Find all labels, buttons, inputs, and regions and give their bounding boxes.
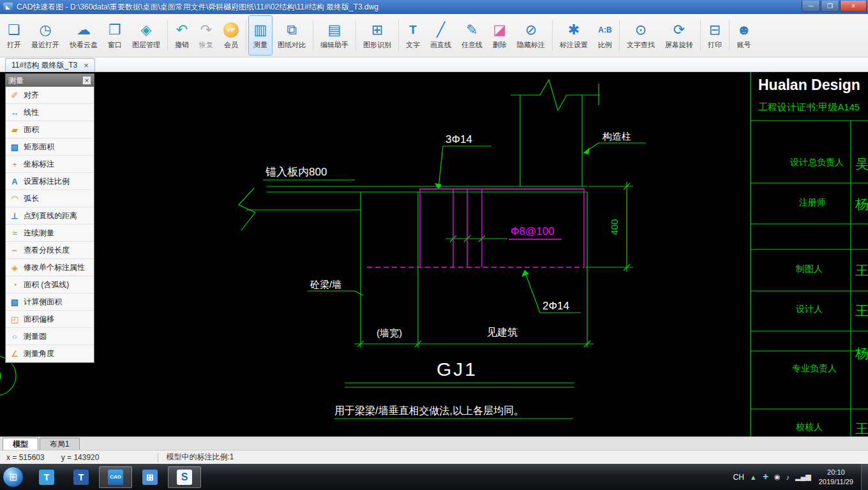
- show-desktop-button[interactable]: [861, 464, 868, 490]
- volume-icon[interactable]: ♪: [786, 473, 790, 481]
- cloud-icon: ☁: [77, 22, 91, 38]
- measure-tool-coordinate[interactable]: + 坐标标注: [6, 156, 94, 173]
- taskbar-app-cad-viewer[interactable]: CAD: [99, 466, 132, 488]
- tool-label: 对齐: [24, 90, 39, 101]
- scale-ratio-icon: A:B: [598, 22, 611, 38]
- tab-close-icon[interactable]: ×: [84, 61, 89, 70]
- measure-tool-modify-annotation[interactable]: ◈ 修改单个标注属性: [6, 259, 94, 276]
- button-label: 撤销: [175, 40, 189, 50]
- titleblock-row-label: 制图人: [795, 264, 823, 274]
- measure-tool-point-line-distance[interactable]: ⊥ 点到直线的距离: [6, 207, 94, 225]
- taskbar-app-s[interactable]: S: [168, 466, 201, 488]
- toolbar-window-button[interactable]: ❒ 窗口: [103, 15, 127, 56]
- anchor-note-label: 锚入板内800: [265, 166, 327, 178]
- toolbar-delete-button[interactable]: ◪ 删除: [488, 15, 512, 56]
- measure-tool-linear[interactable]: ↔ 线性: [6, 104, 94, 121]
- toolbar-redo-button[interactable]: ↷ 恢复: [194, 15, 218, 56]
- clock[interactable]: 20:10 2019/11/29: [819, 468, 853, 486]
- circle-icon: ○: [10, 332, 20, 341]
- drawing-tabbar: 11#结构 最终版_T3 ×: [0, 57, 868, 72]
- toolbar-text-search-button[interactable]: ⊙ 文字查找: [622, 15, 660, 56]
- toolbar-free-line-button[interactable]: ✎ 任意线: [456, 15, 488, 56]
- cad-canvas[interactable]: 锚入板内800 3Φ14 构造柱 Φ8@100 砼梁/墙 2Φ14 400 (墙…: [0, 72, 868, 436]
- button-label: 测量: [253, 40, 267, 50]
- toolbar-vip-button[interactable]: VIP 会员: [218, 15, 244, 56]
- toolbar-edit-assistant-button[interactable]: ▤ 编辑助手: [315, 15, 354, 56]
- measure-tool-angle[interactable]: ∠ 测量角度: [6, 345, 94, 362]
- measure-panel-close-button[interactable]: ×: [82, 76, 91, 85]
- button-label: 屏幕旋转: [665, 40, 693, 50]
- tool-label: 面积偏移: [24, 314, 54, 325]
- button-label: 恢复: [199, 40, 213, 50]
- drawing-tab-active[interactable]: 11#结构 最终版_T3 ×: [5, 58, 95, 71]
- hide-annotation-eye-icon: ⊘: [525, 22, 537, 38]
- measure-panel-header[interactable]: 测量 ×: [6, 74, 94, 87]
- toolbar-undo-button[interactable]: ↶ 撤销: [170, 15, 194, 56]
- tool-label: 线性: [24, 107, 39, 118]
- measure-tool-set-scale[interactable]: A 设置标注比例: [6, 173, 94, 190]
- start-button[interactable]: ⊞: [3, 466, 24, 487]
- tool-label: 面积: [24, 124, 39, 135]
- toolbar-separator: [246, 20, 246, 51]
- show-hidden-icons-icon[interactable]: ▲: [750, 473, 757, 481]
- toolbar-text-button[interactable]: T 文字: [401, 15, 425, 56]
- measure-tool-continuous[interactable]: ≈ 连续测量: [6, 225, 94, 242]
- toolbar-scale-button[interactable]: A:B 比例: [593, 15, 617, 56]
- toolbar-separator: [398, 20, 399, 51]
- measure-tool-area-with-arc[interactable]: ◔ 面积 (含弧线): [6, 276, 94, 293]
- toolbar-hide-annotation-button[interactable]: ⊘ 隐藏标注: [512, 15, 550, 56]
- close-button[interactable]: ×: [840, 1, 867, 12]
- toolbar-recent-button[interactable]: ◷ 最近打开: [26, 15, 64, 56]
- titleblock-row-value: 王: [855, 421, 868, 436]
- browser-grid-icon: ⊞: [142, 470, 158, 485]
- linear-dimension-icon: ↔: [10, 108, 20, 117]
- tool-label: 计算侧面积: [24, 297, 62, 308]
- toolbar-compare-button[interactable]: ⧉ 图纸对比: [273, 15, 311, 56]
- titleblock-row-label: 设计总负责人: [790, 157, 844, 167]
- toolbar-cloud-button[interactable]: ☁ 快看云盘: [64, 15, 103, 56]
- measure-tool-side-area[interactable]: ▧ 计算侧面积: [6, 293, 94, 311]
- toolbar-draw-line-button[interactable]: ╱ 画直线: [425, 15, 456, 56]
- taskbar-app-1[interactable]: T: [30, 466, 63, 488]
- toolbar-account-button[interactable]: ☻ 账号: [731, 15, 756, 56]
- toolbar-measure-button[interactable]: ▥ 测量: [248, 15, 273, 56]
- stirrup-label: Φ8@100: [511, 225, 555, 237]
- measure-tool-circle[interactable]: ○ 测量圆: [6, 328, 94, 345]
- tray-status-icon-2[interactable]: ◉: [774, 473, 781, 481]
- measure-tool-area[interactable]: ▰ 面积: [6, 121, 94, 138]
- measure-tool-align[interactable]: ✐ 对齐: [6, 87, 94, 104]
- taskbar-app-2[interactable]: T: [64, 466, 98, 488]
- statusbar: x = 515603 y = 143920 模型中的标注比例:1: [0, 450, 868, 464]
- ime-indicator[interactable]: CH: [733, 473, 744, 482]
- text-icon: T: [409, 22, 417, 38]
- tray-status-icon-1[interactable]: ✚: [763, 473, 768, 481]
- certificate-text: 工程设计证书:甲级A145: [758, 101, 860, 112]
- measure-panel-title: 测量: [8, 75, 82, 86]
- tab-model[interactable]: 模型: [3, 438, 38, 450]
- measure-panel-body: ✐ 对齐 ↔ 线性 ▰ 面积 ▨ 矩形面积 + 坐标标注 A 设置标注比例: [6, 87, 94, 362]
- titleblock-row-label: 设计人: [796, 304, 823, 314]
- toolbar-screen-rotate-button[interactable]: ⟳ 屏幕旋转: [660, 15, 698, 56]
- toolbar-annotation-settings-button[interactable]: ✱ 标注设置: [555, 15, 593, 56]
- text-search-icon: ⊙: [635, 22, 647, 38]
- toolbar-open-button[interactable]: ❏ 打开: [2, 15, 26, 56]
- maximize-button[interactable]: ❐: [821, 1, 839, 12]
- edit-assistant-icon: ▤: [328, 22, 341, 38]
- toolbar-shape-recognition-button[interactable]: ⊞ 图形识别: [358, 15, 396, 56]
- dim-400-label: 400: [609, 219, 620, 235]
- tab-layout1[interactable]: 布局1: [40, 438, 80, 450]
- toolbar-print-button[interactable]: ⊟ 打印: [703, 15, 727, 56]
- taskbar-app-browser[interactable]: ⊞: [133, 466, 167, 488]
- network-bars-icon[interactable]: ▂▄▆: [795, 473, 811, 481]
- titleblock-row-label: 注册师: [799, 197, 826, 207]
- minimize-button[interactable]: ─: [802, 1, 820, 12]
- button-label: 图层管理: [132, 40, 160, 50]
- toolbar-layers-button[interactable]: ◈ 图层管理: [127, 15, 165, 56]
- tool-label: 设置标注比例: [24, 176, 70, 187]
- annotation-settings-icon: ✱: [568, 22, 580, 38]
- measure-tool-area-offset[interactable]: ◰ 面积偏移: [6, 311, 94, 328]
- measure-tool-segment-length[interactable]: ┉ 查看分段长度: [6, 242, 94, 259]
- eraser-icon: ◪: [493, 22, 507, 38]
- measure-tool-arc-length[interactable]: ◠ 弧长: [6, 190, 94, 207]
- measure-tool-rect-area[interactable]: ▨ 矩形面积: [6, 138, 94, 156]
